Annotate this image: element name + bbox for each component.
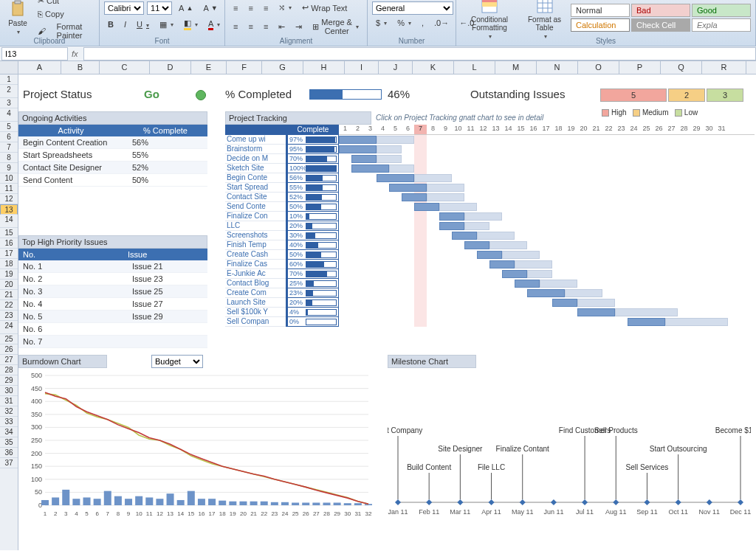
row-header[interactable]: 36 xyxy=(0,448,18,458)
table-row[interactable]: No. 7 xyxy=(18,336,207,348)
number-format-select[interactable]: General xyxy=(372,1,453,15)
row-header[interactable]: 20 xyxy=(0,280,18,290)
gantt-task-label[interactable]: LLC xyxy=(225,221,286,231)
bold-button[interactable]: B xyxy=(104,18,117,30)
style-calculation[interactable]: Calculation xyxy=(571,18,630,32)
gantt-task-label[interactable]: Finalize Cas xyxy=(225,260,286,269)
row-header[interactable]: 8 xyxy=(0,153,18,163)
column-header[interactable]: J xyxy=(379,61,413,74)
column-header[interactable]: F xyxy=(227,61,262,74)
column-header[interactable]: E xyxy=(191,61,227,74)
row-header[interactable]: 6 xyxy=(0,132,18,142)
indent-increase-button[interactable]: ⇥ xyxy=(292,21,306,33)
style-check-cell[interactable]: Check Cell xyxy=(631,18,690,32)
align-middle-button[interactable]: ≡ xyxy=(244,2,256,14)
column-header[interactable]: Q xyxy=(661,61,702,74)
row-header[interactable]: 11 xyxy=(0,184,18,194)
row-header[interactable]: 32 xyxy=(0,406,18,417)
style-explanatory[interactable]: Expla xyxy=(692,18,751,32)
row-header[interactable]: 16 xyxy=(0,238,18,249)
fx-icon[interactable]: fx xyxy=(68,49,82,58)
align-bottom-button[interactable]: ≡ xyxy=(260,2,272,14)
cut-button[interactable]: ✂Cut xyxy=(34,0,94,7)
column-header[interactable]: K xyxy=(413,61,454,74)
gantt-task-label[interactable]: Screenshots xyxy=(225,231,286,240)
fill-color-button[interactable]: ◧ xyxy=(180,17,202,32)
increase-decimal-button[interactable]: .0→ xyxy=(430,17,453,29)
column-header[interactable]: C xyxy=(100,61,150,74)
grow-font-button[interactable]: A▲ xyxy=(175,2,196,14)
gantt-task-label[interactable]: Begin Conte xyxy=(225,173,286,183)
row-header[interactable]: 37 xyxy=(0,458,18,468)
font-name-select[interactable]: Calibri xyxy=(104,1,144,15)
gantt-task-label[interactable]: Sketch Site xyxy=(225,164,286,173)
row-header[interactable]: 21 xyxy=(0,290,18,300)
table-row[interactable]: No. 5Issue 29 xyxy=(18,311,207,323)
row-header[interactable]: 22 xyxy=(0,300,18,311)
percent-button[interactable]: % xyxy=(394,17,415,29)
table-row[interactable]: Send Content50% xyxy=(18,174,207,187)
column-header[interactable]: R xyxy=(702,61,746,74)
merge-center-button[interactable]: ⊞Merge & Center xyxy=(309,16,362,37)
align-center-button[interactable]: ≡ xyxy=(244,21,256,32)
column-header[interactable]: A xyxy=(18,61,61,74)
row-header[interactable]: 9 xyxy=(0,163,18,173)
column-header[interactable]: H xyxy=(303,61,345,74)
row-header[interactable]: 28 xyxy=(0,365,18,375)
row-header[interactable]: 5 xyxy=(0,122,18,132)
row-header[interactable]: 14 xyxy=(0,215,18,228)
gantt-task-label[interactable]: Finish Temp xyxy=(225,240,286,250)
table-row[interactable]: No. 4Issue 27 xyxy=(18,298,207,311)
row-header[interactable]: 7 xyxy=(0,142,18,153)
burndown-selector[interactable]: Budget xyxy=(151,355,203,368)
borders-button[interactable]: ▦ xyxy=(156,18,177,31)
gantt-task-label[interactable]: Start Spread xyxy=(225,183,286,193)
row-header[interactable]: 34 xyxy=(0,427,18,437)
table-row[interactable]: No. 6 xyxy=(18,323,207,336)
table-row[interactable]: No. 1Issue 21 xyxy=(18,260,207,273)
row-header[interactable]: 3 xyxy=(0,98,18,108)
column-header[interactable]: I xyxy=(345,61,379,74)
row-header[interactable]: 33 xyxy=(0,417,18,427)
row-header[interactable]: 17 xyxy=(0,249,18,259)
row-header[interactable]: 13 xyxy=(0,204,18,215)
row-header[interactable]: 15 xyxy=(0,228,18,238)
row-header[interactable]: 26 xyxy=(0,344,18,355)
row-header[interactable]: 24 xyxy=(0,321,18,334)
row-header[interactable]: 29 xyxy=(0,375,18,386)
font-size-select[interactable]: 11 xyxy=(147,1,172,15)
align-top-button[interactable]: ≡ xyxy=(230,2,241,14)
gantt-task-label[interactable]: Create Com xyxy=(225,288,286,298)
table-row[interactable]: Begin Content Creation56% xyxy=(18,136,207,149)
indent-decrease-button[interactable]: ⇤ xyxy=(275,21,289,33)
conditional-formatting-button[interactable]: Conditional Formatting xyxy=(461,0,518,41)
row-header[interactable]: 23 xyxy=(0,311,18,321)
column-header[interactable]: M xyxy=(495,61,537,74)
column-header[interactable]: L xyxy=(454,61,495,74)
column-header[interactable]: G xyxy=(262,61,303,74)
column-header[interactable]: P xyxy=(619,61,661,74)
gantt-task-label[interactable]: Contact Blog xyxy=(225,279,286,288)
style-bad[interactable]: Bad xyxy=(631,4,690,17)
gantt-task-label[interactable]: Decide on M xyxy=(225,154,286,164)
format-as-table-button[interactable]: Format as Table xyxy=(521,0,568,41)
table-row[interactable]: Contact Site Designer52% xyxy=(18,162,207,174)
row-header[interactable]: 31 xyxy=(0,396,18,406)
style-normal[interactable]: Normal xyxy=(571,4,630,17)
gantt-task-label[interactable]: Sell Compan xyxy=(225,317,286,327)
copy-button[interactable]: ⎘Copy xyxy=(34,8,94,20)
wrap-text-button[interactable]: ↩Wrap Text xyxy=(298,1,351,14)
currency-button[interactable]: $ xyxy=(372,17,391,29)
gantt-task-label[interactable]: Create Cash xyxy=(225,250,286,260)
underline-button[interactable]: U xyxy=(133,18,153,30)
row-header[interactable]: 4 xyxy=(0,108,18,122)
row-header[interactable]: 18 xyxy=(0,259,18,269)
gantt-task-label[interactable]: Send Conte xyxy=(225,202,286,212)
shrink-font-button[interactable]: A▼ xyxy=(199,2,221,14)
gantt-task-label[interactable]: Come up wi xyxy=(225,135,286,145)
column-header[interactable]: O xyxy=(578,61,619,74)
gantt-task-label[interactable]: Sell $100k Y xyxy=(225,308,286,317)
column-header[interactable]: D xyxy=(150,61,191,74)
gantt-task-label[interactable]: Contact Site xyxy=(225,193,286,202)
gantt-chart[interactable]: Complete 1234567891011121314151617181920… xyxy=(225,125,755,327)
